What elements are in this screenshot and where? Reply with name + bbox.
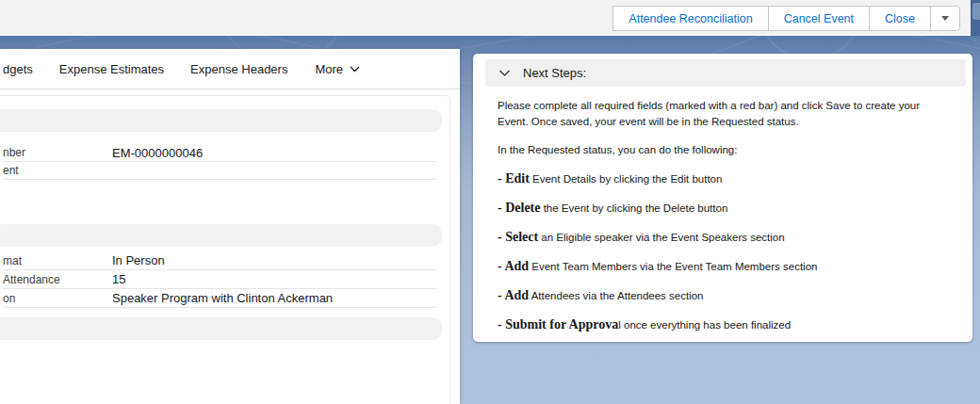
next-steps-item-action: - Edit <box>498 171 530 186</box>
tab-more-label: More <box>315 62 343 76</box>
action-button[interactable]: Close <box>869 6 931 31</box>
field-row: mat In Person <box>3 251 436 270</box>
tab-budgets[interactable]: dgets <box>3 62 33 76</box>
next-steps-item-action: - Add <box>498 288 529 302</box>
next-steps-item-detail: Event Team Members via the Event Team Me… <box>529 261 817 272</box>
action-button[interactable]: Cancel Event <box>768 6 870 31</box>
field-group-information: nber EM-0000000046 ent <box>3 144 436 180</box>
chevron-down-icon <box>498 70 511 77</box>
next-steps-content: Please complete all required fields (mar… <box>498 98 937 333</box>
field-label: mat <box>3 254 112 267</box>
next-steps-item-detail: l once everything has been finalized <box>618 319 791 331</box>
next-steps-intro: Please complete all required fields (mar… <box>498 98 937 130</box>
tab-expense-estimates[interactable]: Expense Estimates <box>59 62 164 76</box>
action-button[interactable]: Attendee Reconciliation <box>612 6 768 31</box>
record-details-card: nber EM-0000000046 ent mat In Person <box>0 95 450 404</box>
next-steps-header[interactable]: Next Steps: <box>485 59 966 87</box>
right-edge-panel <box>971 0 980 36</box>
section-header-bar[interactable] <box>0 224 442 247</box>
next-steps-card: Next Steps: Please complete all required… <box>473 54 972 342</box>
next-steps-item: - Submit for Approval once everything ha… <box>498 316 937 333</box>
field-value: 15 <box>112 272 125 286</box>
related-list-tabs: dgets Expense Estimates Expense Headers … <box>0 49 460 89</box>
next-steps-item: - Select an Eligible speaker via the Eve… <box>498 229 937 246</box>
next-steps-item: - Add Event Team Members via the Event T… <box>498 258 937 275</box>
field-value: In Person <box>112 253 165 267</box>
field-label: ent <box>3 164 112 177</box>
record-detail-panel: dgets Expense Estimates Expense Headers … <box>0 49 460 404</box>
next-steps-status-line: In the Requested status, you can do the … <box>498 142 937 158</box>
next-steps-item: - Delete the Event by clicking the Delet… <box>498 200 937 217</box>
next-steps-item-detail: Event Details by clicking the Edit butto… <box>530 173 723 185</box>
field-value: EM-0000000046 <box>112 146 203 160</box>
field-row: Attendance 15 <box>3 270 436 289</box>
field-row: nber EM-0000000046 <box>3 144 436 162</box>
tab-expense-headers[interactable]: Expense Headers <box>190 62 287 76</box>
section-header-bar[interactable] <box>0 317 442 340</box>
field-label: nber <box>3 146 112 159</box>
next-steps-item-action: - Select <box>498 230 538 244</box>
field-group-event-details: mat In Person Attendance 15 on Speaker P… <box>3 251 436 308</box>
docked-panel-tab[interactable] <box>972 3 980 20</box>
next-steps-item-detail: the Event by clicking the Delete button <box>540 202 727 214</box>
record-action-buttons: Attendee Reconciliation Cancel Event Clo… <box>613 6 960 31</box>
more-actions-dropdown-button[interactable] <box>930 6 960 31</box>
caret-down-icon <box>941 16 949 21</box>
next-steps-item-action: - Add <box>498 259 529 273</box>
next-steps-item: - Add Attendees via the Attendees sectio… <box>498 287 937 304</box>
next-steps-item-detail: an Eligible speaker via the Event Speake… <box>538 232 784 243</box>
field-value: Speaker Program with Clinton Ackerman <box>112 291 333 305</box>
next-steps-list: - Edit Event Details by clicking the Edi… <box>498 170 937 333</box>
page: Attendee Reconciliation Cancel Event Clo… <box>0 0 980 404</box>
field-row: on Speaker Program with Clinton Ackerman <box>3 289 436 308</box>
chevron-down-icon <box>350 66 360 73</box>
section-header-bar[interactable] <box>0 109 442 132</box>
tab-more[interactable]: More <box>315 62 360 76</box>
field-label: Attendance <box>3 273 112 286</box>
next-steps-item: - Edit Event Details by clicking the Edi… <box>498 170 937 187</box>
next-steps-title: Next Steps: <box>523 66 586 80</box>
next-steps-item-action: - Delete <box>498 201 540 215</box>
next-steps-item-action: - Submit for Approva <box>498 317 618 331</box>
next-steps-item-detail: Attendees via the Attendees section <box>529 290 703 301</box>
field-label: on <box>3 292 112 305</box>
action-bar: Attendee Reconciliation Cancel Event Clo… <box>0 0 971 36</box>
field-row: ent <box>3 162 436 180</box>
